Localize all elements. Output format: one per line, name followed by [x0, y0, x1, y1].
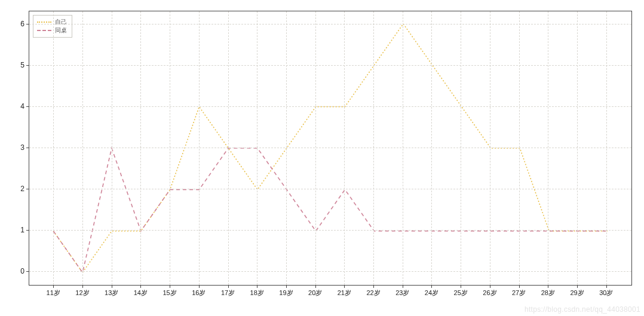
x-tick-mark — [373, 285, 374, 288]
legend-swatch — [37, 22, 51, 23]
legend-label: 自己 — [55, 18, 67, 26]
grid-line-vertical — [490, 11, 490, 285]
grid-line-vertical — [199, 11, 200, 285]
grid-line-vertical — [519, 11, 520, 285]
y-tick-mark — [26, 65, 29, 66]
grid-line-horizontal — [29, 65, 631, 66]
x-tick-mark — [257, 285, 257, 288]
grid-line-vertical — [257, 11, 257, 285]
x-tick-mark — [431, 285, 432, 288]
grid-line-horizontal — [29, 24, 631, 24]
x-tick-label: 15岁 — [162, 289, 176, 297]
grid-line-vertical — [461, 11, 461, 285]
x-tick-mark — [53, 285, 54, 288]
grid-line-vertical — [344, 11, 345, 285]
grid-line-vertical — [431, 11, 432, 285]
x-tick-label: 13岁 — [105, 289, 118, 297]
y-tick-label: 3 — [20, 143, 24, 152]
x-tick-mark — [344, 285, 345, 288]
chart-container: 自己 同桌 11岁12岁13岁14岁15岁16岁17岁18岁19岁20岁21岁2… — [0, 0, 644, 316]
y-tick-label: 2 — [20, 185, 24, 193]
grid-line-vertical — [606, 11, 607, 285]
x-tick-label: 12岁 — [75, 289, 89, 297]
grid-line-horizontal — [29, 230, 631, 231]
grid-line-vertical — [286, 11, 287, 285]
grid-line-vertical — [548, 11, 548, 285]
x-tick-label: 19岁 — [279, 289, 293, 297]
watermark-text: https://blog.csdn.net/qq_44038001 — [525, 305, 640, 314]
x-tick-label: 29岁 — [570, 289, 584, 297]
x-tick-mark — [403, 285, 403, 288]
x-tick-mark — [519, 285, 520, 288]
grid-line-vertical — [403, 11, 403, 285]
y-tick-label: 5 — [20, 61, 24, 69]
x-tick-mark — [548, 285, 548, 288]
y-tick-mark — [26, 24, 29, 24]
y-tick-label: 1 — [20, 226, 24, 234]
x-tick-mark — [490, 285, 490, 288]
x-tick-mark — [577, 285, 578, 288]
grid-line-horizontal — [29, 148, 631, 148]
x-tick-label: 16岁 — [192, 289, 206, 297]
x-tick-mark — [461, 285, 461, 288]
grid-line-vertical — [373, 11, 374, 285]
legend-entry: 自己 — [37, 18, 67, 26]
grid-line-vertical — [140, 11, 141, 285]
legend-entry: 同桌 — [37, 26, 67, 35]
grid-line-vertical — [228, 11, 229, 285]
grid-line-horizontal — [29, 106, 631, 107]
chart-lines-layer — [29, 11, 631, 285]
y-tick-mark — [26, 148, 29, 148]
x-tick-mark — [170, 285, 170, 288]
x-tick-mark — [112, 285, 112, 288]
x-tick-label: 28岁 — [541, 289, 555, 297]
y-tick-mark — [26, 106, 29, 107]
x-tick-mark — [199, 285, 200, 288]
grid-line-horizontal — [29, 189, 631, 189]
y-tick-mark — [26, 189, 29, 189]
x-tick-label: 24岁 — [425, 289, 438, 297]
x-tick-label: 21岁 — [338, 289, 351, 297]
grid-line-vertical — [170, 11, 170, 285]
x-tick-mark — [315, 285, 316, 288]
grid-line-vertical — [53, 11, 54, 285]
x-tick-mark — [228, 285, 229, 288]
x-tick-mark — [82, 285, 83, 288]
grid-line-vertical — [577, 11, 578, 285]
x-tick-label: 27岁 — [512, 289, 526, 297]
y-tick-mark — [26, 230, 29, 231]
legend-swatch — [37, 30, 51, 31]
grid-line-vertical — [315, 11, 316, 285]
x-tick-label: 11岁 — [47, 289, 60, 297]
x-tick-label: 23岁 — [395, 289, 409, 297]
grid-line-vertical — [82, 11, 83, 285]
plot-area: 自己 同桌 11岁12岁13岁14岁15岁16岁17岁18岁19岁20岁21岁2… — [29, 11, 632, 286]
x-tick-label: 30岁 — [599, 289, 613, 297]
legend: 自己 同桌 — [33, 15, 72, 38]
x-tick-mark — [140, 285, 141, 288]
grid-line-horizontal — [29, 271, 631, 272]
series-line — [53, 148, 607, 272]
x-tick-label: 18岁 — [250, 289, 264, 297]
x-tick-label: 25岁 — [454, 289, 468, 297]
x-tick-label: 26岁 — [483, 289, 496, 297]
x-tick-label: 14岁 — [134, 289, 148, 297]
x-tick-label: 17岁 — [221, 289, 235, 297]
x-tick-label: 20岁 — [308, 289, 322, 297]
x-tick-mark — [286, 285, 287, 288]
y-tick-label: 0 — [20, 267, 24, 275]
x-tick-label: 22岁 — [366, 289, 380, 297]
series-line — [53, 24, 607, 272]
y-tick-mark — [26, 271, 29, 272]
legend-label: 同桌 — [55, 26, 67, 35]
y-tick-label: 4 — [20, 102, 24, 111]
x-tick-mark — [606, 285, 607, 288]
grid-line-vertical — [112, 11, 112, 285]
y-tick-label: 6 — [20, 20, 24, 28]
